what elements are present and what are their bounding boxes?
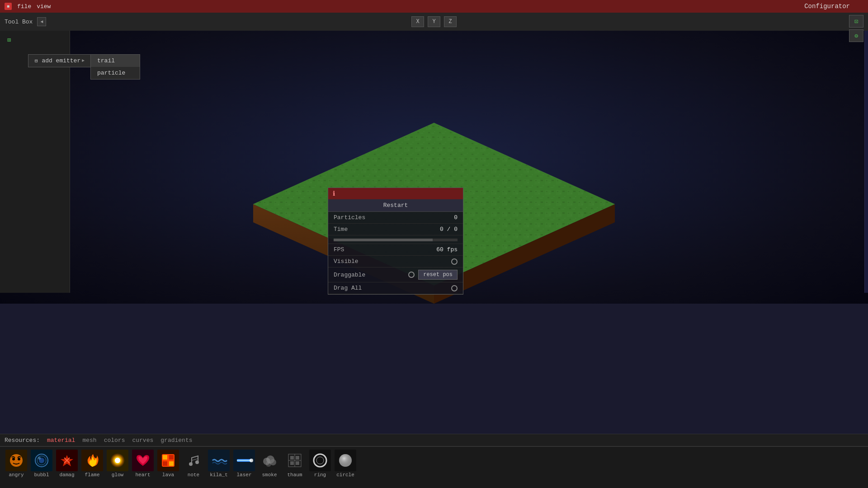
fps-bar-background bbox=[334, 239, 458, 241]
resource-smoke-label: smoke bbox=[262, 472, 277, 478]
resource-thaum[interactable]: thaum bbox=[283, 450, 307, 478]
resource-bubble-label: bubbl bbox=[34, 472, 49, 478]
resource-ring[interactable]: ring bbox=[308, 450, 332, 478]
resource-lava-label: lava bbox=[162, 472, 174, 478]
stats-panel: ℹ Restart Particles 0 Time 0 / 0 FPS 60 … bbox=[328, 188, 463, 295]
svg-point-46 bbox=[339, 454, 352, 467]
fps-bar-row bbox=[328, 235, 463, 244]
time-value: 0 / 0 bbox=[440, 226, 458, 233]
drag-all-row: Drag All bbox=[328, 282, 463, 294]
axis-z-button[interactable]: Z bbox=[444, 16, 457, 27]
fps-bar-fill bbox=[334, 239, 433, 241]
tab-gradients[interactable]: gradients bbox=[160, 437, 192, 444]
svg-rect-30 bbox=[237, 460, 251, 461]
svg-rect-23 bbox=[163, 455, 167, 460]
resource-circle-label: circle bbox=[336, 472, 354, 478]
resource-heart[interactable]: heart bbox=[131, 450, 155, 478]
svg-point-21 bbox=[115, 458, 120, 463]
time-label: Time bbox=[334, 226, 348, 233]
tab-colors[interactable]: colors bbox=[104, 437, 125, 444]
reset-pos-button[interactable]: reset pos bbox=[418, 270, 458, 280]
axis-y-button[interactable]: Y bbox=[428, 16, 440, 27]
fps-value: 60 fps bbox=[436, 246, 458, 253]
menu-view[interactable]: view bbox=[37, 3, 51, 10]
resource-glow-label: glow bbox=[112, 472, 123, 478]
right-edge bbox=[864, 31, 868, 293]
toolbox-collapse-button[interactable]: ◄ bbox=[37, 17, 46, 26]
particles-row: Particles 0 bbox=[328, 212, 463, 224]
top-toolbar: Tool Box ◄ X Y Z bbox=[0, 13, 868, 31]
resource-circle[interactable]: circle bbox=[334, 450, 357, 478]
particles-label: Particles bbox=[334, 214, 365, 221]
draggable-label: Draggable bbox=[334, 272, 365, 278]
resource-bubble[interactable]: bubbl bbox=[30, 450, 53, 478]
left-panel: ⊞ bbox=[0, 31, 70, 293]
drag-all-radio[interactable] bbox=[451, 285, 458, 291]
resource-damage-label: damag bbox=[59, 472, 74, 478]
menu-file[interactable]: file bbox=[17, 3, 31, 10]
svg-rect-40 bbox=[296, 461, 299, 465]
submenu-arrow: ► bbox=[82, 58, 85, 63]
resource-laser-label: laser bbox=[236, 472, 251, 478]
drag-all-label: Drag All bbox=[334, 285, 362, 291]
svg-point-11 bbox=[10, 454, 23, 467]
visible-row: Visible bbox=[328, 256, 463, 267]
svg-rect-39 bbox=[290, 461, 294, 465]
top-right-icons: ⊡ ⊜ bbox=[849, 13, 863, 42]
context-menu-add-emitter[interactable]: ⊟ add emitter ► bbox=[28, 55, 91, 67]
resource-glow[interactable]: glow bbox=[106, 450, 129, 478]
svg-point-35 bbox=[266, 461, 271, 467]
svg-point-13 bbox=[18, 458, 20, 460]
svg-point-12 bbox=[12, 458, 15, 460]
resources-bar: Resources: material mesh colors curves g… bbox=[0, 434, 868, 446]
tab-mesh[interactable]: mesh bbox=[82, 437, 96, 444]
svg-point-44 bbox=[316, 457, 324, 464]
app-icon: ■ bbox=[5, 3, 12, 10]
info-icon: ℹ bbox=[333, 190, 335, 197]
resource-lava[interactable]: lava bbox=[156, 450, 180, 478]
tab-material[interactable]: material bbox=[47, 437, 75, 444]
titlebar: ■ file view Configurator bbox=[0, 0, 868, 13]
resources-label: Resources: bbox=[5, 437, 40, 444]
add-emitter-icon: ⊟ bbox=[35, 58, 38, 64]
particles-value: 0 bbox=[454, 214, 458, 221]
draggable-radio[interactable] bbox=[408, 272, 415, 278]
resource-flame-label: flame bbox=[85, 472, 99, 478]
bottom-bar: angry bubbl damag bbox=[0, 446, 868, 488]
toolbox-label: Tool Box bbox=[0, 19, 37, 25]
resource-smoke[interactable]: smoke bbox=[258, 450, 281, 478]
draggable-row: Draggable reset pos bbox=[328, 267, 463, 282]
database-icon[interactable]: ⊜ bbox=[849, 29, 863, 42]
resource-angry-label: angry bbox=[9, 472, 24, 478]
grid-icon[interactable]: ⊞ bbox=[4, 34, 14, 45]
monitor-icon[interactable]: ⊡ bbox=[849, 15, 863, 28]
stats-header: ℹ bbox=[328, 188, 463, 199]
fps-row: FPS 60 fps bbox=[328, 244, 463, 256]
resource-note-label: note bbox=[188, 472, 199, 478]
resource-heart-label: heart bbox=[135, 472, 150, 478]
resource-laser[interactable]: laser bbox=[232, 450, 256, 478]
configurator-label: Configurator bbox=[804, 3, 850, 10]
svg-point-31 bbox=[250, 459, 253, 462]
resource-ring-label: ring bbox=[314, 472, 326, 478]
resource-note[interactable]: note bbox=[182, 450, 205, 478]
svg-rect-38 bbox=[296, 456, 299, 460]
resource-flame[interactable]: flame bbox=[80, 450, 104, 478]
svg-point-28 bbox=[195, 460, 199, 464]
left-panel-icons: ⊞ bbox=[0, 31, 70, 49]
context-menu: ⊟ add emitter ► bbox=[28, 54, 91, 67]
submenu-particle[interactable]: particle bbox=[91, 67, 140, 79]
resource-damage[interactable]: damag bbox=[55, 450, 79, 478]
axis-x-button[interactable]: X bbox=[411, 16, 424, 27]
svg-rect-24 bbox=[169, 455, 174, 460]
resource-thaum-label: thaum bbox=[287, 472, 302, 478]
tab-curves[interactable]: curves bbox=[132, 437, 153, 444]
fps-label: FPS bbox=[334, 246, 344, 253]
visible-radio[interactable] bbox=[451, 258, 458, 265]
resource-angry[interactable]: angry bbox=[5, 450, 28, 478]
axis-group: X Y Z bbox=[410, 16, 458, 27]
resource-kilat[interactable]: kila_t bbox=[207, 450, 231, 478]
submenu-trail[interactable]: trail bbox=[91, 55, 140, 67]
restart-button[interactable]: Restart bbox=[328, 199, 463, 212]
submenu: trail particle bbox=[90, 54, 140, 80]
